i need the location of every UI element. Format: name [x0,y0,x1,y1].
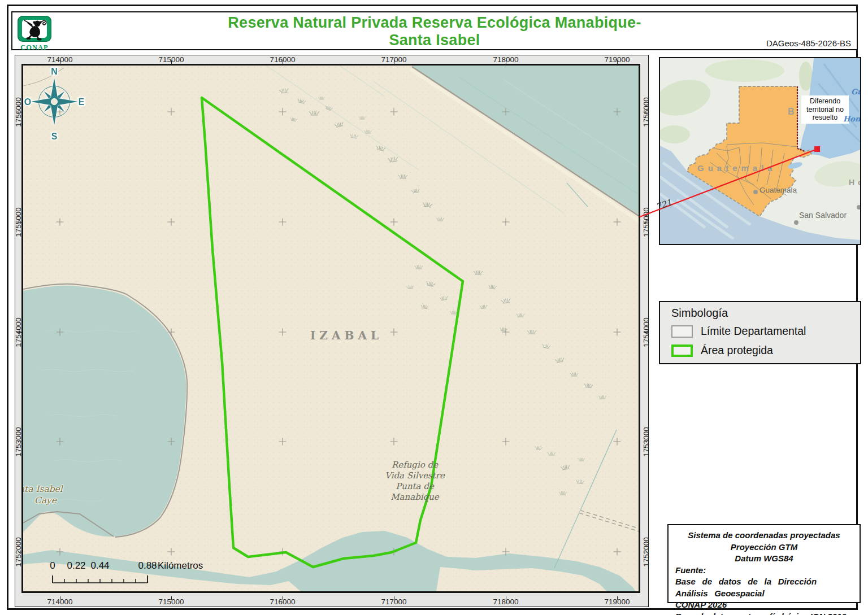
inset-honduras-label: Ho [849,178,861,187]
scale-label-022: 0.22 [67,560,85,572]
map-canvas: IZABAL Refugio de Vida Silvestre Punta d… [21,64,640,593]
protected-area-swatch [671,344,693,357]
grid-tick [18,332,21,333]
conap-monkey-icon [17,15,52,42]
grid-tick [644,222,648,223]
grid-tick [283,60,283,64]
projection-line: Proyección GTM [675,542,853,553]
inset-gulf-label-2: Hono [843,115,861,123]
credits-box: Sistema de coordenadas proyectadas Proye… [667,524,861,603]
grid-tick [394,60,394,64]
scale-bar: 0 0.22 0.44 0.88 Kilómetros [40,560,249,587]
grid-tick [644,332,648,333]
departmental-limit-swatch [671,325,693,338]
grid-tick [644,442,648,442]
territorial-dispute-note: Diferendo territorial no resuelto [801,95,849,124]
map-title: Reserva Natural Privada Reserva Ecológic… [80,14,789,49]
scale-unit-label: Kilómetros [158,560,203,572]
compass-o: O [24,97,31,107]
inset-city-label: Guatemala [760,186,797,194]
source-line-2: Base de datos cartografía básica IGN 201… [675,611,853,615]
grid-tick [18,442,21,442]
legend-item-protected-area: Área protegida [671,344,773,357]
map-title-line2: Santa Isabel [80,32,789,49]
source-line-1b: CONAP 2026 [675,599,853,611]
legend-item-departmental: Límite Departamental [671,325,806,338]
legend-title: Simbología [671,307,728,320]
grid-tick [171,60,172,64]
location-inset-map: B Diferendo territorial no resuelto Guat… [659,57,861,245]
scale-label-088: 0.88 [138,560,157,572]
scale-label-044: 0.44 [90,560,109,572]
source-line-1a: Base de datos de la Dirección Análisis G… [675,576,853,599]
inset-guatemala-city-dot [753,190,758,194]
grid-tick [60,60,60,64]
grid-tick [644,112,648,112]
compass-s: S [51,132,58,140]
conap-logo: CONAP [17,15,52,49]
caye-label: nta Isabel Caye [21,483,92,506]
refuge-label: Refugio de Vida Silvestre Punta de Manab… [358,460,471,503]
grid-tick [506,60,506,64]
grid-tick [60,596,60,600]
grid-tick [283,596,283,600]
grid-tick [18,222,21,223]
datum-line: Datum WGS84 [675,553,853,565]
scale-label-0: 0 [50,560,55,572]
crs-line: Sistema de coordenadas proyectadas [675,530,853,542]
header: CONAP Reserva Natural Privada Reserva Ec… [11,11,858,50]
map-frame: IZABAL Refugio de Vida Silvestre Punta d… [15,55,649,607]
inset-belize-letter: B [788,107,795,116]
document-id: DAGeos-485-2026-BS [766,38,851,48]
scale-bar-ruler [40,574,249,586]
grid-tick [18,552,21,552]
inset-san-salvador-dot [794,220,798,225]
grid-tick [644,552,648,552]
grid-tick [617,60,618,64]
conap-logo-caption: CONAP [17,43,52,52]
compass-rose-icon: N S O E [23,66,85,140]
grid-tick [171,596,172,600]
grid-tick [394,596,394,600]
inset-gulf-label-1: Gu [851,88,861,96]
department-label-izabal: IZABAL [290,329,403,342]
map-sheet: CONAP Reserva Natural Privada Reserva Ec… [0,0,868,615]
grid-tick [506,596,506,600]
map-title-line1: Reserva Natural Privada Reserva Ecológic… [80,14,789,32]
legend: Simbología Límite Departamental Área pro… [659,301,861,364]
grid-tick [18,112,21,112]
inset-san-salvador-label: San Salvador [799,211,847,220]
grid-tick [617,596,618,600]
compass-e: E [79,97,85,107]
compass-n: N [51,67,58,76]
source-heading: Fuente: [675,565,853,577]
inset-country-label: Guatemala [697,163,776,173]
